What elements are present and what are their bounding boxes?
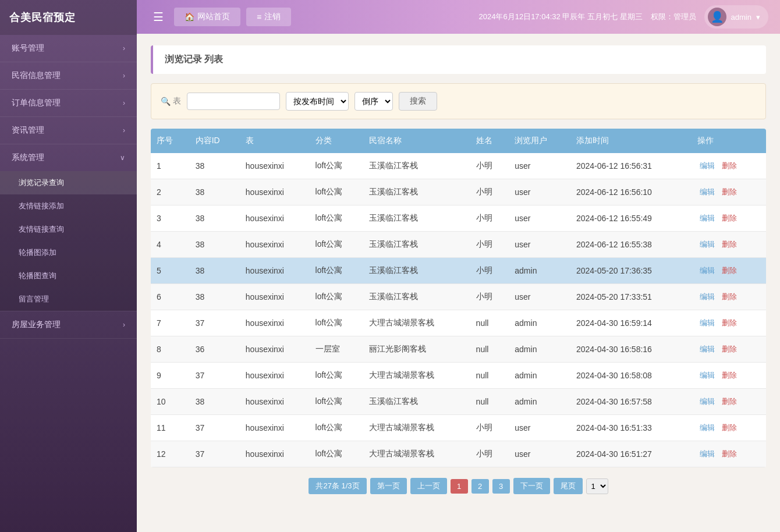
order-select[interactable]: 倒序 正序 (354, 92, 393, 111)
cell-seq: 4 (151, 232, 190, 258)
col-viewer: 浏览用户 (509, 129, 570, 153)
cell-author: 小明 (470, 179, 509, 205)
table-row: 1237housexinxiloft公寓大理古城湖景客栈小明user2024-0… (151, 441, 766, 467)
sidebar-item-friend-links-query[interactable]: 友情链接查询 (0, 218, 137, 241)
cell-time: 2024-04-30 16:51:33 (570, 415, 692, 441)
table-header-row: 序号 内容ID 表 分类 民宿名称 姓名 浏览用户 添加时间 操作 (151, 129, 766, 153)
cell-viewer: user (509, 441, 570, 467)
cell-action: 编辑 删除 (692, 284, 766, 310)
cell-viewer: admin (509, 389, 570, 415)
delete-button[interactable]: 删除 (719, 264, 739, 277)
topbar-left: ☰ 🏠 网站首页 ≡ 注销 (148, 8, 291, 26)
search-icon: 🔍 表 (161, 96, 181, 107)
cell-content-id: 37 (190, 415, 240, 441)
delete-button[interactable]: 删除 (719, 448, 739, 460)
cell-content-id: 38 (190, 284, 240, 310)
cell-table: housexinxi (240, 441, 310, 467)
user-menu[interactable]: 👤 admin ▾ (704, 5, 768, 29)
col-time: 添加时间 (570, 129, 692, 153)
nav-group-account-header[interactable]: 账号管理 › (0, 35, 137, 62)
edit-button[interactable]: 编辑 (697, 159, 717, 172)
cell-category: loft公寓 (310, 415, 364, 441)
edit-button[interactable]: 编辑 (697, 395, 717, 408)
cell-action: 编辑 删除 (692, 363, 766, 389)
page-1-button[interactable]: 1 (451, 479, 468, 494)
page-title: 浏览记录 列表 (151, 45, 766, 74)
sidebar-item-messages[interactable]: 留言管理 (0, 288, 137, 311)
sidebar-item-carousel-query[interactable]: 轮播图查询 (0, 264, 137, 288)
cell-action: 编辑 删除 (692, 389, 766, 415)
nav-group-house-header[interactable]: 房屋业务管理 › (0, 311, 137, 338)
sidebar-item-friend-links-add[interactable]: 友情链接添加 (0, 194, 137, 218)
cell-name: 玉溪临江客栈 (363, 284, 470, 310)
delete-button[interactable]: 删除 (719, 238, 739, 251)
next-page-button[interactable]: 下一页 (513, 478, 550, 494)
edit-button[interactable]: 编辑 (697, 369, 717, 382)
edit-button[interactable]: 编辑 (697, 238, 717, 251)
first-page-button[interactable]: 第一页 (370, 478, 407, 494)
edit-button[interactable]: 编辑 (697, 212, 717, 225)
search-button[interactable]: 搜索 (399, 92, 437, 111)
delete-button[interactable]: 删除 (719, 159, 739, 172)
filter-bar: 🔍 表 按发布时间 按ID 按浏览用户 倒序 正序 搜索 (151, 83, 766, 119)
edit-button[interactable]: 编辑 (697, 343, 717, 356)
chevron-right-icon: › (123, 321, 125, 329)
cell-author: 小明 (470, 284, 509, 310)
cell-time: 2024-04-30 16:57:58 (570, 389, 692, 415)
cell-table: housexinxi (240, 310, 310, 336)
last-page-button[interactable]: 尾页 (554, 478, 583, 494)
menu-toggle-button[interactable]: ☰ (148, 8, 168, 26)
cell-content-id: 37 (190, 363, 240, 389)
page-jump-select[interactable]: 1 2 3 (586, 478, 608, 494)
nav-group-system-header[interactable]: 系统管理 ∨ (0, 144, 137, 171)
cell-time: 2024-05-20 17:33:51 (570, 284, 692, 310)
page-2-button[interactable]: 2 (471, 479, 489, 494)
edit-button[interactable]: 编辑 (697, 421, 717, 434)
edit-button[interactable]: 编辑 (697, 264, 717, 277)
cell-name: 玉溪临江客栈 (363, 389, 470, 415)
home-button[interactable]: 🏠 网站首页 (174, 8, 240, 26)
nav-group-order-header[interactable]: 订单信息管理 › (0, 90, 137, 116)
delete-button[interactable]: 删除 (719, 421, 739, 434)
table-row: 836housexinxi一层室丽江光影阁客栈nulladmin2024-04-… (151, 336, 766, 363)
nav-group-minsu-header[interactable]: 民宿信息管理 › (0, 62, 137, 89)
delete-button[interactable]: 删除 (719, 395, 739, 408)
username-display: admin (731, 13, 751, 22)
cell-table: housexinxi (240, 232, 310, 258)
sort-select[interactable]: 按发布时间 按ID 按浏览用户 (286, 92, 349, 111)
edit-button[interactable]: 编辑 (697, 448, 717, 460)
sidebar-item-browse-records[interactable]: 浏览记录查询 (0, 171, 137, 194)
cell-time: 2024-06-12 16:55:38 (570, 232, 692, 258)
delete-button[interactable]: 删除 (719, 317, 739, 329)
edit-button[interactable]: 编辑 (697, 186, 717, 198)
delete-button[interactable]: 删除 (719, 343, 739, 356)
cell-seq: 9 (151, 363, 190, 389)
delete-button[interactable]: 删除 (719, 290, 739, 303)
edit-button[interactable]: 编辑 (697, 290, 717, 303)
nav-group-news-header[interactable]: 资讯管理 › (0, 117, 137, 144)
cell-category: loft公寓 (310, 363, 364, 389)
delete-button[interactable]: 删除 (719, 369, 739, 382)
cell-name: 玉溪临江客栈 (363, 232, 470, 258)
nav-group-system-label: 系统管理 (12, 152, 44, 163)
col-author: 姓名 (470, 129, 509, 153)
cell-viewer: admin (509, 310, 570, 336)
cell-action: 编辑 删除 (692, 232, 766, 258)
cell-seq: 2 (151, 179, 190, 205)
cell-table: housexinxi (240, 363, 310, 389)
delete-button[interactable]: 删除 (719, 212, 739, 225)
cell-action: 编辑 删除 (692, 336, 766, 363)
chevron-right-icon: › (123, 44, 125, 52)
col-action: 操作 (692, 129, 766, 153)
sidebar-item-carousel-add[interactable]: 轮播图添加 (0, 241, 137, 264)
delete-button[interactable]: 删除 (719, 186, 739, 198)
logout-button[interactable]: ≡ 注销 (246, 8, 291, 26)
logout-icon: ≡ (257, 12, 261, 22)
page-3-button[interactable]: 3 (492, 479, 510, 494)
cell-content-id: 37 (190, 441, 240, 467)
edit-button[interactable]: 编辑 (697, 317, 717, 329)
cell-content-id: 36 (190, 336, 240, 363)
search-input[interactable] (187, 93, 280, 110)
prev-page-button[interactable]: 上一页 (410, 478, 447, 494)
nav-group-minsu: 民宿信息管理 › (0, 62, 137, 90)
